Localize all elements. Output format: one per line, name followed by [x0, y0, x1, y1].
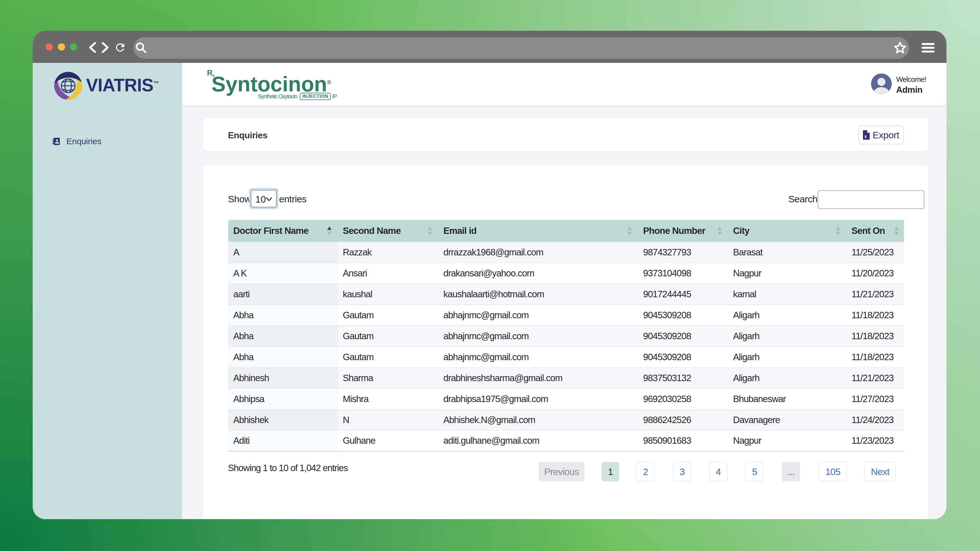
- svg-text:x: x: [864, 134, 867, 139]
